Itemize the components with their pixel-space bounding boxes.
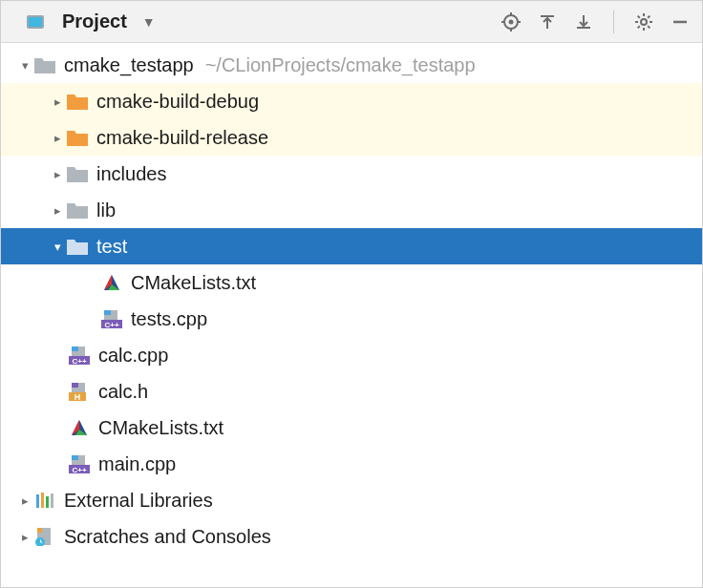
svg-rect-56 <box>46 496 49 508</box>
cmake-file-icon <box>68 416 91 439</box>
tree-node-label: CMakeLists.txt <box>131 272 256 294</box>
chevron-right-icon: ▸ <box>49 203 66 218</box>
project-icon <box>24 10 47 33</box>
tree-node-label: lib <box>96 200 116 221</box>
svg-marker-28 <box>67 203 76 206</box>
tree-folder-includes[interactable]: ▸ includes <box>1 156 702 192</box>
tree-folder-test[interactable]: ▾ test <box>1 228 702 264</box>
tree-node-label: includes <box>96 163 166 185</box>
chevron-right-icon: ▸ <box>16 530 33 544</box>
tree-node-label: cmake-build-release <box>96 127 268 149</box>
tree-node-label: cmake_testapp <box>64 54 194 76</box>
svg-marker-26 <box>67 167 76 170</box>
tree-file-main-cpp[interactable]: C++ main.cpp <box>1 446 702 482</box>
folder-icon <box>66 126 89 149</box>
svg-line-17 <box>638 26 640 28</box>
svg-line-15 <box>638 15 640 17</box>
tree-external-libraries[interactable]: ▸ External Libraries <box>1 482 702 518</box>
svg-rect-55 <box>41 493 44 508</box>
svg-rect-27 <box>67 170 88 182</box>
svg-rect-29 <box>67 206 88 219</box>
tree-node-label: tests.cpp <box>131 308 207 330</box>
expand-all-icon[interactable] <box>537 11 558 32</box>
svg-text:C++: C++ <box>72 466 86 474</box>
svg-marker-20 <box>34 58 44 61</box>
chevron-down-icon: ▾ <box>16 58 33 73</box>
tree-file-tests-cpp[interactable]: C++ tests.cpp <box>1 301 702 337</box>
svg-text:C++: C++ <box>104 321 118 329</box>
tree-node-label: cmake-build-debug <box>96 91 259 113</box>
folder-icon <box>66 90 89 113</box>
svg-text:H: H <box>75 392 81 402</box>
scratches-icon <box>33 525 56 548</box>
svg-marker-30 <box>67 240 76 242</box>
svg-rect-51 <box>72 455 78 460</box>
folder-icon <box>66 235 89 258</box>
tree-folder-lib[interactable]: ▸ lib <box>1 192 702 228</box>
locate-icon[interactable] <box>501 11 522 32</box>
libraries-icon <box>33 489 56 512</box>
h-file-icon: H <box>68 380 91 403</box>
svg-rect-36 <box>104 310 111 315</box>
folder-icon <box>66 199 89 221</box>
svg-text:C++: C++ <box>72 357 86 366</box>
svg-rect-44 <box>72 383 78 388</box>
project-toolbar: Project ▼ <box>1 1 702 43</box>
tree-node-label: calc.cpp <box>98 345 168 367</box>
tree-file-calc-cpp[interactable]: C++ calc.cpp <box>1 337 702 373</box>
collapse-all-icon[interactable] <box>573 11 594 32</box>
svg-marker-22 <box>67 94 76 97</box>
toolbar-separator <box>613 10 614 33</box>
tree-node-label: calc.h <box>98 381 148 403</box>
svg-marker-24 <box>67 131 76 134</box>
dropdown-arrow-icon: ▼ <box>142 14 156 30</box>
cmake-file-icon <box>100 271 123 294</box>
chevron-right-icon: ▸ <box>49 131 66 145</box>
tree-node-path: ~/CLionProjects/cmake_testapp <box>205 54 476 76</box>
chevron-right-icon: ▸ <box>49 167 66 181</box>
gear-icon[interactable] <box>633 11 654 32</box>
tree-root[interactable]: ▾ cmake_testapp ~/CLionProjects/cmake_te… <box>1 47 702 83</box>
cpp-file-icon: C++ <box>100 307 123 330</box>
tree-node-label: Scratches and Consoles <box>64 526 271 548</box>
svg-rect-21 <box>34 61 55 74</box>
project-title: Project <box>62 10 127 32</box>
chevron-down-icon: ▾ <box>49 240 66 254</box>
svg-line-18 <box>648 15 650 17</box>
svg-rect-54 <box>36 494 39 508</box>
hide-icon[interactable] <box>670 11 691 32</box>
project-selector[interactable]: Project ▼ <box>24 10 156 33</box>
cpp-file-icon: C++ <box>68 452 91 475</box>
tree-scratches-consoles[interactable]: ▸ Scratches and Consoles <box>1 518 702 555</box>
tree-file-cmakelists-root[interactable]: CMakeLists.txt <box>1 410 702 446</box>
tree-folder-cmake-build-debug[interactable]: ▸ cmake-build-debug <box>1 83 702 119</box>
svg-point-1 <box>509 19 514 24</box>
tree-node-label: CMakeLists.txt <box>98 417 224 439</box>
svg-rect-23 <box>67 97 88 110</box>
project-tree: ▾ cmake_testapp ~/CLionProjects/cmake_te… <box>1 43 702 555</box>
chevron-right-icon: ▸ <box>16 494 33 508</box>
chevron-right-icon: ▸ <box>49 94 66 109</box>
tree-folder-cmake-build-release[interactable]: ▸ cmake-build-release <box>1 119 702 156</box>
svg-rect-57 <box>51 494 53 508</box>
tree-node-label: test <box>96 236 127 258</box>
svg-marker-59 <box>37 528 42 533</box>
cpp-file-icon: C++ <box>68 344 91 367</box>
svg-rect-40 <box>72 346 78 351</box>
tree-node-label: main.cpp <box>98 453 176 475</box>
folder-icon <box>33 53 56 76</box>
svg-rect-25 <box>67 134 88 146</box>
tree-file-cmakelists[interactable]: CMakeLists.txt <box>1 264 702 301</box>
folder-icon <box>66 162 89 185</box>
svg-line-16 <box>648 26 650 28</box>
tree-node-label: External Libraries <box>64 490 213 512</box>
tree-file-calc-h[interactable]: H calc.h <box>1 373 702 410</box>
svg-point-10 <box>641 19 647 25</box>
svg-rect-31 <box>67 242 88 255</box>
